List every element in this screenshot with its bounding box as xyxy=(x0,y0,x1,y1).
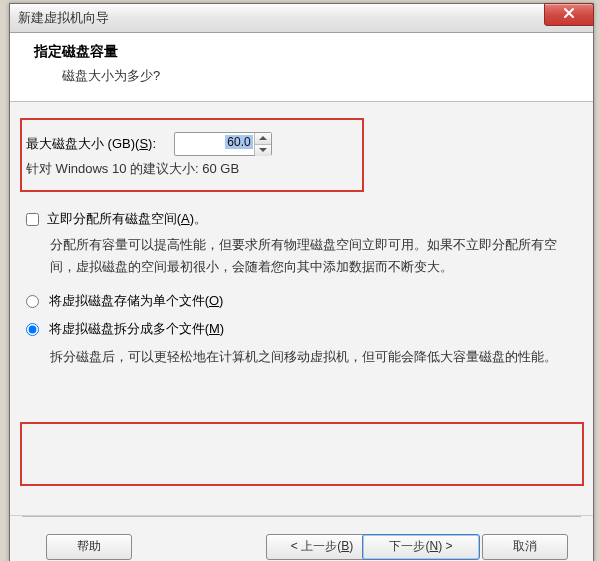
store-split-description: 拆分磁盘后，可以更轻松地在计算机之间移动虚拟机，但可能会降低大容量磁盘的性能。 xyxy=(50,346,573,368)
title-bar: 新建虚拟机向导 xyxy=(10,4,593,33)
store-single-row: 将虚拟磁盘存储为单个文件(O) xyxy=(26,292,223,310)
disk-size-value[interactable]: 60.0 xyxy=(225,135,252,149)
store-split-row: 将虚拟磁盘拆分成多个文件(M) xyxy=(26,320,224,338)
window-title: 新建虚拟机向导 xyxy=(18,9,109,27)
spinner-up-button[interactable] xyxy=(255,133,271,144)
allocate-now-description: 分配所有容量可以提高性能，但要求所有物理磁盘空间立即可用。如果不立即分配所有空间… xyxy=(50,234,573,278)
store-split-label[interactable]: 将虚拟磁盘拆分成多个文件(M) xyxy=(49,321,225,336)
header-title: 指定磁盘容量 xyxy=(34,43,577,61)
wizard-header: 指定磁盘容量 磁盘大小为多少? xyxy=(10,33,593,102)
next-button[interactable]: 下一步(N) > xyxy=(362,534,480,560)
close-icon xyxy=(562,6,576,20)
disk-size-spinner[interactable]: 60.0 xyxy=(174,132,272,156)
footer-divider xyxy=(22,516,581,517)
store-single-radio[interactable] xyxy=(26,295,39,308)
wizard-window: 新建虚拟机向导 指定磁盘容量 磁盘大小为多少? 最大磁盘大小 (GB)(S): … xyxy=(9,3,594,561)
store-split-radio[interactable] xyxy=(26,323,39,336)
cancel-button[interactable]: 取消 xyxy=(482,534,568,560)
chevron-down-icon xyxy=(259,148,267,152)
help-button[interactable]: 帮助 xyxy=(46,534,132,560)
header-subtitle: 磁盘大小为多少? xyxy=(62,67,577,85)
chevron-up-icon xyxy=(259,136,267,140)
close-button[interactable] xyxy=(544,3,594,26)
allocate-now-row: 立即分配所有磁盘空间(A)。 xyxy=(26,210,207,228)
wizard-body: 最大磁盘大小 (GB)(S): 60.0 针对 Windows 10 的建议大小… xyxy=(10,102,593,561)
recommended-size-text: 针对 Windows 10 的建议大小: 60 GB xyxy=(26,160,239,178)
spinner-down-button[interactable] xyxy=(255,144,271,156)
wizard-footer: 帮助 < 上一步(B) 下一步(N) > 取消 xyxy=(10,515,593,561)
highlight-box-split xyxy=(20,422,584,486)
disk-size-label: 最大磁盘大小 (GB)(S): xyxy=(26,135,156,153)
store-single-label[interactable]: 将虚拟磁盘存储为单个文件(O) xyxy=(49,293,224,308)
allocate-now-checkbox[interactable] xyxy=(26,213,39,226)
disk-size-row: 最大磁盘大小 (GB)(S): 60.0 xyxy=(26,132,272,156)
allocate-now-label[interactable]: 立即分配所有磁盘空间(A)。 xyxy=(47,211,207,226)
